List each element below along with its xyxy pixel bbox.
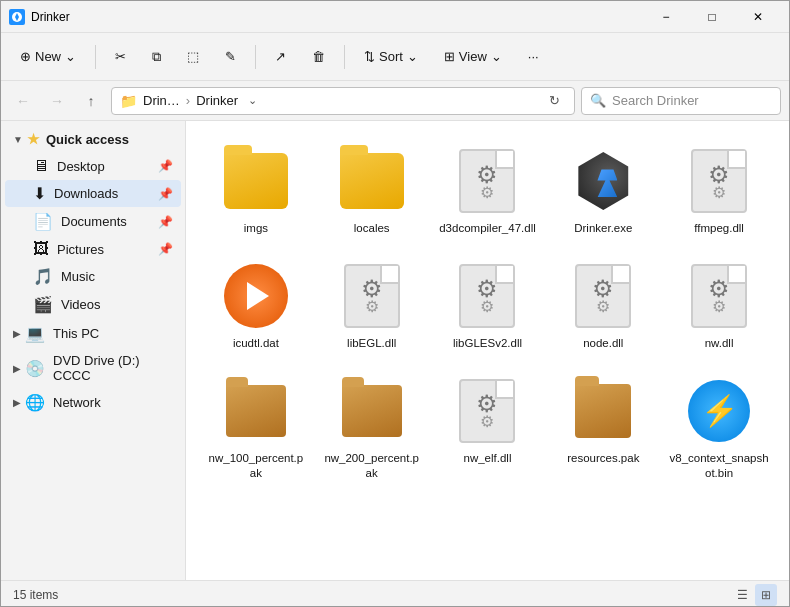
file-grid: imgs locales ⚙ ⚙ <box>202 137 773 489</box>
rename-icon: ✎ <box>225 49 236 64</box>
folder-icon: 📁 <box>120 93 137 109</box>
file-item-imgs[interactable]: imgs <box>202 137 310 244</box>
gear-group-nw: ⚙ ⚙ <box>708 275 730 316</box>
sidebar-item-documents[interactable]: 📄 Documents 📌 <box>5 208 181 235</box>
app-icon <box>9 9 25 25</box>
separator-3 <box>344 45 345 69</box>
view-label: View <box>459 49 487 64</box>
copy-button[interactable]: ⧉ <box>141 42 172 72</box>
lightning-icon: ⚡ <box>701 393 738 428</box>
sidebar-item-desktop[interactable]: 🖥 Desktop 📌 <box>5 153 181 179</box>
file-icon-v8: ⚡ <box>683 375 755 447</box>
file-item-libGLES[interactable]: ⚙ ⚙ libGLESv2.dll <box>434 252 542 359</box>
play-triangle <box>247 282 269 310</box>
minimize-button[interactable]: − <box>643 1 689 33</box>
file-label-drinker-exe: Drinker.exe <box>574 221 632 236</box>
list-view-button[interactable]: ☰ <box>731 584 753 606</box>
gear-small-ffmpeg: ⚙ <box>712 183 726 202</box>
sidebar: ▼ ★ Quick access 🖥 Desktop 📌 ⬇ Downloads… <box>1 121 186 580</box>
sidebar-item-videos[interactable]: 🎬 Videos <box>5 291 181 318</box>
file-item-nw-elf[interactable]: ⚙ ⚙ nw_elf.dll <box>434 367 542 489</box>
file-item-resources[interactable]: resources.pak <box>549 367 657 489</box>
file-item-libEGL[interactable]: ⚙ ⚙ libEGL.dll <box>318 252 426 359</box>
dvd-section[interactable]: ▶ 💿 DVD Drive (D:) CCCC <box>5 349 181 387</box>
file-label-nw: nw.dll <box>705 336 734 351</box>
sidebar-pictures-label: Pictures <box>57 242 104 257</box>
pin-icon-docs: 📌 <box>158 215 173 229</box>
file-item-nw100[interactable]: nw_100_percent.pak <box>202 367 310 489</box>
sort-label: Sort <box>379 49 403 64</box>
file-item-icudtl[interactable]: icudtl.dat <box>202 252 310 359</box>
sidebar-item-pictures[interactable]: 🖼 Pictures 📌 <box>5 236 181 262</box>
file-item-ffmpeg[interactable]: ⚙ ⚙ ffmpeg.dll <box>665 137 773 244</box>
network-chevron-icon: ▶ <box>13 397 21 408</box>
close-button[interactable]: ✕ <box>735 1 781 33</box>
pin-icon-pics: 📌 <box>158 242 173 256</box>
file-item-nw200[interactable]: nw_200_percent.pak <box>318 367 426 489</box>
maximize-button[interactable]: □ <box>689 1 735 33</box>
file-label-imgs: imgs <box>244 221 268 236</box>
file-icon-imgs <box>220 145 292 217</box>
exe-icon-wrap <box>571 149 635 213</box>
network-section[interactable]: ▶ 🌐 Network <box>5 389 181 416</box>
rename-button[interactable]: ✎ <box>214 42 247 71</box>
file-label-nw200: nw_200_percent.pak <box>322 451 422 481</box>
sidebar-item-downloads[interactable]: ⬇ Downloads 📌 <box>5 180 181 207</box>
delete-button[interactable]: 🗑 <box>301 42 336 71</box>
refresh-button[interactable]: ↻ <box>542 89 566 113</box>
up-button[interactable]: ↑ <box>77 87 105 115</box>
gear-small-libegl: ⚙ <box>365 297 379 316</box>
dll-icon-ffmpeg: ⚙ ⚙ <box>691 149 747 213</box>
address-box[interactable]: 📁 Drin… › Drinker ⌄ ↻ <box>111 87 575 115</box>
paste-button[interactable]: ⬚ <box>176 42 210 71</box>
copy-icon: ⧉ <box>152 49 161 65</box>
file-icon-resources <box>567 375 639 447</box>
sort-button[interactable]: ⇅ Sort ⌄ <box>353 42 429 71</box>
more-button[interactable]: ··· <box>517 42 550 71</box>
share-button[interactable]: ↗ <box>264 42 297 71</box>
file-item-v8[interactable]: ⚡ v8_context_snapshot.bin <box>665 367 773 489</box>
this-pc-section[interactable]: ▶ 💻 This PC <box>5 320 181 347</box>
folder-icon-locales <box>340 153 404 209</box>
file-icon-nw100 <box>220 375 292 447</box>
gear-small-node: ⚙ <box>596 297 610 316</box>
view-chevron-icon: ⌄ <box>491 49 502 64</box>
cut-button[interactable]: ✂ <box>104 42 137 71</box>
videos-icon: 🎬 <box>33 295 53 314</box>
item-count: 15 items <box>13 588 58 602</box>
gear-small-libgles: ⚙ <box>480 297 494 316</box>
file-item-locales[interactable]: locales <box>318 137 426 244</box>
file-item-node[interactable]: ⚙ ⚙ node.dll <box>549 252 657 359</box>
view-button[interactable]: ⊞ View ⌄ <box>433 42 513 71</box>
forward-button[interactable]: → <box>43 87 71 115</box>
star-icon: ★ <box>27 131 40 147</box>
sidebar-item-music[interactable]: 🎵 Music <box>5 263 181 290</box>
address-chevron-icon: ⌄ <box>248 94 257 107</box>
gear-small-icon: ⚙ <box>480 183 494 202</box>
back-button[interactable]: ← <box>9 87 37 115</box>
file-content: imgs locales ⚙ ⚙ <box>186 121 789 580</box>
file-item-d3dcompiler[interactable]: ⚙ ⚙ d3dcompiler_47.dll <box>434 137 542 244</box>
file-icon-d3dcompiler: ⚙ ⚙ <box>451 145 523 217</box>
quick-access-section[interactable]: ▼ ★ Quick access <box>5 127 181 151</box>
exe-hex-icon <box>574 152 632 210</box>
file-label-node: node.dll <box>583 336 623 351</box>
file-item-nw[interactable]: ⚙ ⚙ nw.dll <box>665 252 773 359</box>
plus-icon: ⊕ <box>20 49 31 64</box>
play-icon-icudtl <box>224 264 288 328</box>
status-bar: 15 items ☰ ⊞ <box>1 580 789 607</box>
pin-icon-dl: 📌 <box>158 187 173 201</box>
grid-view-button[interactable]: ⊞ <box>755 584 777 606</box>
gear-group-ffmpeg: ⚙ ⚙ <box>708 161 730 202</box>
file-icon-nw-elf: ⚙ ⚙ <box>451 375 523 447</box>
file-icon-node: ⚙ ⚙ <box>567 260 639 332</box>
search-box[interactable]: 🔍 Search Drinker <box>581 87 781 115</box>
address-separator: › <box>186 93 190 108</box>
gear-small-nw: ⚙ <box>712 297 726 316</box>
address-bar: ← → ↑ 📁 Drin… › Drinker ⌄ ↻ 🔍 Search Dri… <box>1 81 789 121</box>
share-icon: ↗ <box>275 49 286 64</box>
title-bar: Drinker − □ ✕ <box>1 1 789 33</box>
new-button[interactable]: ⊕ New ⌄ <box>9 42 87 71</box>
file-item-drinker-exe[interactable]: Drinker.exe <box>549 137 657 244</box>
computer-icon: 💻 <box>25 324 45 343</box>
